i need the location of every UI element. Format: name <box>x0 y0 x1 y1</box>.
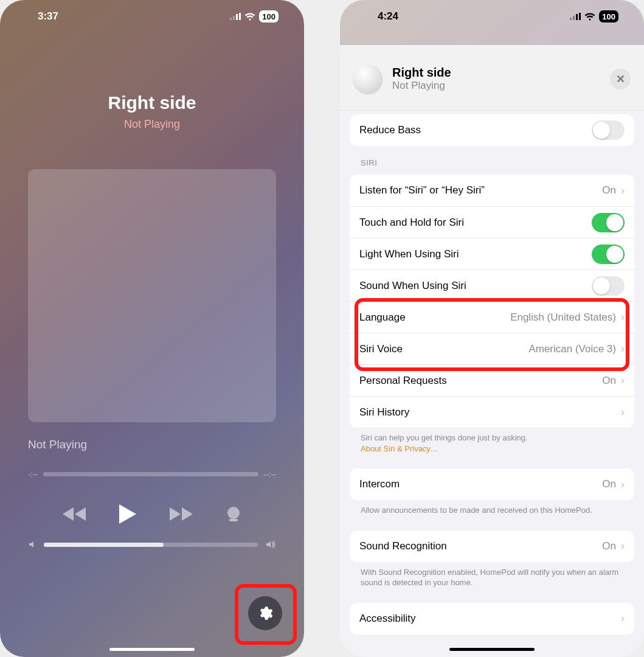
group-siri: Listen for “Siri” or “Hey Siri” On › Tou… <box>350 175 634 428</box>
scrubber[interactable]: -:-- --:-- <box>28 470 276 479</box>
chevron-right-icon: › <box>621 342 625 355</box>
row-value: American (Voice 3) <box>528 343 616 355</box>
volume-slider[interactable] <box>28 540 276 549</box>
toggle-reduce-bass[interactable] <box>592 120 625 140</box>
forward-button[interactable] <box>169 506 193 522</box>
status-icons: 100 <box>230 10 279 23</box>
home-indicator[interactable] <box>109 648 195 651</box>
svg-rect-7 <box>573 16 575 20</box>
chevron-right-icon: › <box>621 478 625 491</box>
row-reduce-bass[interactable]: Reduce Bass <box>350 114 634 146</box>
row-touch-hold-siri[interactable]: Touch and Hold for Siri <box>350 206 634 238</box>
airplay-icon[interactable] <box>225 506 242 523</box>
play-button[interactable] <box>118 503 137 525</box>
close-button[interactable]: ✕ <box>610 69 631 89</box>
row-label: Sound Recognition <box>359 540 447 552</box>
svg-rect-6 <box>570 18 572 20</box>
home-indicator[interactable] <box>449 648 535 651</box>
homepod-icon <box>353 64 383 94</box>
toggle-light-siri[interactable] <box>592 245 625 264</box>
section-header-siri: SIRI <box>361 158 634 167</box>
svg-rect-3 <box>239 13 241 20</box>
status-bar: 3:37 100 <box>0 0 304 33</box>
toggle-touch-hold-siri[interactable] <box>592 213 625 232</box>
time-elapsed: -:-- <box>28 470 38 479</box>
svg-rect-1 <box>233 16 235 20</box>
siri-footer: Siri can help you get things done just b… <box>361 433 634 454</box>
sound-recognition-footer: With Sound Recognition enabled, HomePod … <box>361 567 634 588</box>
toggle-sound-siri[interactable] <box>592 276 625 296</box>
row-label: Light When Using Siri <box>359 248 459 260</box>
row-label: Intercom <box>359 478 400 490</box>
svg-rect-0 <box>230 18 232 20</box>
row-light-siri[interactable]: Light When Using Siri <box>350 238 634 269</box>
chevron-right-icon: › <box>621 184 625 197</box>
header-title: Right side <box>392 66 451 80</box>
chevron-right-icon: › <box>621 612 625 625</box>
row-listen-for-siri[interactable]: Listen for “Siri” or “Hey Siri” On › <box>350 175 634 206</box>
row-value: On <box>602 540 616 552</box>
battery-indicator: 100 <box>259 10 279 23</box>
status-time: 3:37 <box>38 10 58 23</box>
svg-rect-9 <box>579 13 581 20</box>
svg-rect-2 <box>236 14 238 20</box>
close-icon: ✕ <box>616 72 625 86</box>
row-label: Listen for “Siri” or “Hey Siri” <box>359 184 485 196</box>
sheet-header: Right side Not Playing ✕ <box>340 47 644 111</box>
row-sound-siri[interactable]: Sound When Using Siri <box>350 269 634 301</box>
scrubber-track[interactable] <box>43 472 258 476</box>
rewind-button[interactable] <box>62 506 86 522</box>
row-siri-history[interactable]: Siri History › <box>350 396 634 428</box>
volume-low-icon <box>28 540 36 549</box>
group-sound-recognition: Sound Recognition On › <box>350 530 634 562</box>
row-label: Siri Voice <box>359 343 403 355</box>
album-artwork[interactable] <box>28 169 276 422</box>
row-label: Touch and Hold for Siri <box>359 217 464 229</box>
row-label: Personal Requests <box>359 375 447 387</box>
volume-track[interactable] <box>44 543 258 547</box>
settings-screen: 4:24 100 Right side Not Playing ✕ Reduce… <box>340 0 644 657</box>
chevron-right-icon: › <box>621 311 625 324</box>
row-label: Accessibility <box>359 613 416 625</box>
settings-list[interactable]: Reduce Bass SIRI Listen for “Siri” or “H… <box>340 111 644 657</box>
row-label: Reduce Bass <box>359 124 421 136</box>
row-label: Language <box>359 311 406 324</box>
group-accessibility: Accessibility › <box>350 603 634 634</box>
row-value: English (United States) <box>510 311 616 324</box>
row-language[interactable]: Language English (United States) › <box>350 301 634 333</box>
not-playing-label: Not Playing <box>28 438 87 451</box>
about-siri-privacy-link[interactable]: About Siri & Privacy… <box>361 444 438 453</box>
siri-footer-text: Siri can help you get things done just b… <box>361 433 528 442</box>
header-subtitle: Not Playing <box>392 80 451 92</box>
status-bar: 4:24 100 <box>340 0 644 33</box>
gear-icon <box>257 605 273 621</box>
row-value: On <box>602 184 616 196</box>
device-title: Right side <box>0 92 304 113</box>
row-label: Siri History <box>359 406 409 419</box>
row-value: On <box>602 478 616 490</box>
intercom-footer: Allow announcements to be made and recei… <box>361 505 634 516</box>
chevron-right-icon: › <box>621 374 625 387</box>
row-sound-recognition[interactable]: Sound Recognition On › <box>350 530 634 562</box>
row-personal-requests[interactable]: Personal Requests On › <box>350 364 634 396</box>
row-intercom[interactable]: Intercom On › <box>350 468 634 500</box>
svg-rect-8 <box>576 14 578 20</box>
row-accessibility[interactable]: Accessibility › <box>350 603 634 634</box>
row-siri-voice[interactable]: Siri Voice American (Voice 3) › <box>350 333 634 364</box>
row-label: Sound When Using Siri <box>359 280 466 292</box>
wifi-icon <box>584 13 595 21</box>
row-value: On <box>602 375 616 387</box>
wifi-icon <box>244 13 255 21</box>
group-intercom: Intercom On › <box>350 468 634 500</box>
chevron-right-icon: › <box>621 540 625 552</box>
volume-high-icon <box>265 540 276 549</box>
settings-button[interactable] <box>248 596 282 630</box>
playback-controls <box>0 493 304 535</box>
chevron-right-icon: › <box>621 406 625 419</box>
svg-point-4 <box>227 507 240 519</box>
status-icons: 100 <box>570 10 618 23</box>
status-time: 4:24 <box>378 10 398 23</box>
playback-status: Not Playing <box>0 118 304 131</box>
cell-signal-icon <box>570 13 581 20</box>
now-playing-screen: 3:37 100 Right side Not Playing Not Play… <box>0 0 304 657</box>
